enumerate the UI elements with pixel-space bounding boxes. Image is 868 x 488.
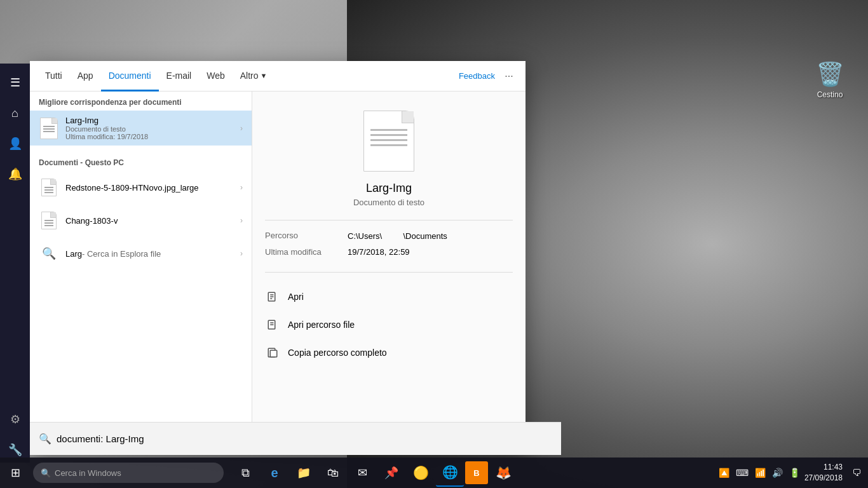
taskbar-search-placeholder: Cerca in Windows bbox=[55, 468, 121, 478]
apri-percorso-icon bbox=[265, 317, 280, 332]
sidebar-icon-home[interactable]: ⌂ bbox=[3, 100, 28, 126]
results-panel: Migliore corrispondenza per documenti La… bbox=[30, 92, 252, 455]
modified-label: Ultima modifica bbox=[265, 247, 348, 257]
taskbar-chevron[interactable]: 🔼 bbox=[717, 468, 731, 478]
tab-documenti[interactable]: Documenti bbox=[101, 61, 159, 92]
apri-percorso-label: Apri percorso file bbox=[288, 320, 355, 330]
tab-email[interactable]: E-mail bbox=[159, 61, 200, 92]
section-header-documents: Documenti - Questo PC bbox=[30, 152, 252, 171]
detail-file-icon bbox=[363, 111, 414, 172]
taskbar-edge[interactable]: e bbox=[261, 459, 288, 487]
taskbar-store[interactable]: 🛍 bbox=[319, 459, 347, 487]
cestino-label: Cestino bbox=[817, 90, 843, 99]
tab-app[interactable]: App bbox=[70, 61, 101, 92]
taskbar-task-view[interactable]: ⧉ bbox=[231, 459, 259, 487]
desktop-icon-cestino[interactable]: 🗑️ Cestino bbox=[804, 57, 855, 103]
result-item-0[interactable]: Redstone-5-1809-HTNovo.jpg_large › bbox=[30, 171, 252, 204]
taskbar-network[interactable]: 📶 bbox=[753, 468, 768, 478]
result-title-1: Chang-1803-v bbox=[65, 216, 236, 226]
best-match-icon bbox=[39, 117, 59, 140]
taskbar-keyboard[interactable]: ⌨ bbox=[734, 468, 750, 478]
search-bar: 🔍 bbox=[30, 422, 561, 455]
taskbar-app-items: ⧉ e 📁 🛍 ✉ 📌 🟡 🌐 B 🦊 bbox=[231, 459, 717, 487]
modified-value: 19/7/2018, 22:59 bbox=[348, 247, 410, 257]
start-button[interactable]: ⊞ bbox=[0, 458, 31, 488]
tab-altro[interactable]: Altro ▼ bbox=[233, 61, 275, 92]
taskbar-blogger[interactable]: B bbox=[465, 461, 488, 484]
taskbar-firefox[interactable]: 🦊 bbox=[489, 459, 517, 487]
best-match-header: Migliore corrispondenza per documenti bbox=[30, 92, 252, 111]
taskbar-battery[interactable]: 🔋 bbox=[787, 468, 802, 478]
sidebar-icon-hamburger[interactable]: ☰ bbox=[3, 70, 28, 95]
result-title-0: Redstone-5-1809-HTNovo.jpg_large bbox=[65, 183, 236, 193]
meta-path: Percorso C:\Users\ \Documents bbox=[265, 231, 513, 242]
detail-meta: Percorso C:\Users\ \Documents Ultima mod… bbox=[265, 231, 513, 262]
detail-divider-2 bbox=[265, 272, 513, 273]
search-main-content: Migliore corrispondenza per documenti La… bbox=[30, 92, 526, 455]
search-icon: 🔍 bbox=[39, 433, 51, 445]
clock-date: 27/09/2018 bbox=[804, 473, 843, 484]
detail-file-type: Documento di testo bbox=[353, 198, 424, 207]
result-icon-0 bbox=[39, 176, 59, 199]
result-text-2: Larg- Cerca in Esplora file bbox=[65, 249, 236, 259]
best-match-item[interactable]: Larg-Img Documento di testo Ultima modif… bbox=[30, 111, 252, 146]
taskbar-notification[interactable]: 🗨 bbox=[850, 468, 863, 478]
detail-panel: Larg-Img Documento di testo Percorso C:\… bbox=[252, 92, 526, 455]
taskbar-sticky[interactable]: 📌 bbox=[377, 459, 405, 487]
result-arrow-0: › bbox=[240, 183, 243, 192]
clock-time: 11:43 bbox=[804, 462, 843, 473]
tab-tutti[interactable]: Tutti bbox=[37, 61, 70, 92]
tab-web[interactable]: Web bbox=[199, 61, 233, 92]
action-apri-percorso[interactable]: Apri percorso file bbox=[265, 311, 513, 339]
path-value: C:\Users\ \Documents bbox=[348, 231, 447, 242]
result-arrow-2: › bbox=[240, 249, 243, 258]
sidebar-icon-user[interactable]: 👤 bbox=[3, 131, 28, 156]
taskbar-right: 🔼 ⌨ 📶 🔊 🔋 11:43 27/09/2018 🗨 bbox=[717, 462, 868, 484]
taskbar: ⊞ 🔍 Cerca in Windows ⧉ e 📁 🛍 ✉ 📌 🟡 🌐 B 🦊… bbox=[0, 458, 868, 488]
result-item-2[interactable]: 🔍 Larg- Cerca in Esplora file › bbox=[30, 237, 252, 270]
result-icon-1 bbox=[39, 209, 59, 232]
best-match-subtitle: Documento di testo bbox=[65, 125, 236, 133]
search-panel: Tutti App Documenti E-mail Web Altro ▼ F… bbox=[30, 61, 526, 455]
result-icon-2: 🔍 bbox=[39, 242, 59, 265]
detail-divider-1 bbox=[265, 220, 513, 220]
copia-percorso-icon bbox=[265, 345, 280, 360]
taskbar-mail[interactable]: ✉ bbox=[348, 459, 376, 487]
search-input[interactable] bbox=[57, 433, 552, 444]
sidebar: ☰ ⌂ 👤 🔔 ⚙ 🔧 bbox=[0, 64, 30, 463]
svg-rect-8 bbox=[270, 350, 277, 357]
result-title-2: Larg- Cerca in Esplora file bbox=[65, 249, 236, 259]
result-arrow-1: › bbox=[240, 216, 243, 225]
best-match-date: Ultima modifica: 19/7/2018 bbox=[65, 133, 236, 140]
meta-modified: Ultima modifica 19/7/2018, 22:59 bbox=[265, 247, 513, 257]
taskbar-explorer[interactable]: 📁 bbox=[290, 459, 318, 487]
path-label: Percorso bbox=[265, 231, 348, 242]
copia-percorso-label: Copia percorso completo bbox=[288, 348, 387, 358]
sidebar-icon-settings[interactable]: ⚙ bbox=[3, 407, 28, 432]
apri-icon bbox=[265, 289, 280, 304]
taskbar-clock[interactable]: 11:43 27/09/2018 bbox=[804, 462, 843, 484]
action-apri[interactable]: Apri bbox=[265, 283, 513, 311]
taskbar-chrome[interactable]: 🌐 bbox=[436, 459, 464, 487]
apri-label: Apri bbox=[288, 292, 304, 302]
cestino-icon: 🗑️ bbox=[816, 61, 844, 88]
detail-file-title: Larg-Img bbox=[366, 182, 412, 195]
result-text-1: Chang-1803-v bbox=[65, 216, 236, 226]
sidebar-icon-notification[interactable]: 🔔 bbox=[3, 161, 28, 187]
taskbar-volume[interactable]: 🔊 bbox=[770, 468, 785, 478]
tabs-row: Tutti App Documenti E-mail Web Altro ▼ F… bbox=[30, 61, 526, 92]
result-item-1[interactable]: Chang-1803-v › bbox=[30, 204, 252, 237]
best-match-text: Larg-Img Documento di testo Ultima modif… bbox=[65, 116, 236, 140]
best-match-arrow: › bbox=[240, 124, 243, 133]
best-match-title: Larg-Img bbox=[65, 116, 236, 125]
action-copia-percorso[interactable]: Copia percorso completo bbox=[265, 339, 513, 367]
taskbar-search[interactable]: 🔍 Cerca in Windows bbox=[33, 463, 224, 483]
feedback-link[interactable]: Feedback bbox=[459, 71, 495, 81]
result-text-0: Redstone-5-1809-HTNovo.jpg_large bbox=[65, 183, 236, 193]
taskbar-chrome-yellow[interactable]: 🟡 bbox=[407, 459, 435, 487]
more-options-button[interactable]: ··· bbox=[500, 67, 518, 85]
